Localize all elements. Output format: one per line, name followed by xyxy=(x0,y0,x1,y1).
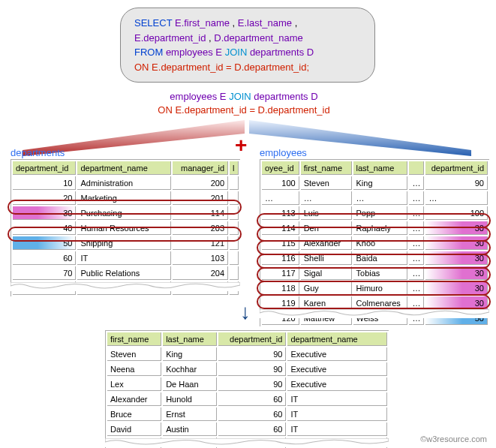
table-row: 116ShelliBaida…30 xyxy=(262,251,488,265)
col-header: first_name xyxy=(107,332,161,346)
col-header: oyee_id xyxy=(262,161,299,175)
col-header: department_id xyxy=(13,161,76,175)
col-header: department_id xyxy=(425,161,488,175)
kw-select: SELECT xyxy=(134,17,172,29)
table-row: 100StevenKing…90 xyxy=(262,176,488,190)
table-row: 70Public Relations204 xyxy=(13,266,239,280)
table-row: 118GuyHimuro…30 xyxy=(262,281,488,295)
table-row: LexDe Haan90Executive xyxy=(107,377,387,391)
table-row: 60IT103 xyxy=(13,251,239,265)
field: E.first_name xyxy=(175,17,230,29)
table-header-row: department_id department_name manager_id… xyxy=(13,161,239,175)
table-header-row: oyee_id first_name last_name department_… xyxy=(262,161,488,175)
table-row: 117SigalTobias…30 xyxy=(262,266,488,280)
kw-join: JOIN xyxy=(225,47,248,58)
result-table: first_name last_name department_id depar… xyxy=(105,330,389,448)
col-header: department_name xyxy=(77,161,171,175)
kw-on: ON xyxy=(134,62,149,73)
field: E.last_name xyxy=(238,17,292,29)
kw-from: FROM xyxy=(134,47,163,58)
table-row: 40Human Resources203 xyxy=(13,221,239,235)
table-row: 114DenRaphaely…30 xyxy=(262,221,488,235)
departments-table: department_id department_name manager_id… xyxy=(11,159,240,296)
table-row: 50Shipping121 xyxy=(13,236,239,250)
col-header: last_name xyxy=(163,332,217,346)
join-condition-label: employees E JOIN departments D ON E.depa… xyxy=(146,90,341,117)
field: D.department_name xyxy=(214,32,303,44)
table-header-row: first_name last_name department_id depar… xyxy=(107,332,387,346)
col-header: manager_id xyxy=(173,161,228,175)
plus-icon: + xyxy=(235,134,247,158)
col-header: last_name xyxy=(353,161,408,175)
employees-table: oyee_id first_name last_name department_… xyxy=(260,159,489,326)
table-row: AlexanderHunold60IT xyxy=(107,392,387,406)
arrow-down-icon: ↓ xyxy=(240,300,251,324)
table-row: 20Marketing201 xyxy=(13,191,239,205)
table-row: NeenaKochhar90Executive xyxy=(107,362,387,376)
col-header: l xyxy=(230,161,239,175)
table-row: BruceErnst60IT xyxy=(107,407,387,421)
field: E.department_id xyxy=(134,32,206,44)
table-row: …………… xyxy=(262,191,488,205)
table-row: 115AlexanderKhoo…30 xyxy=(262,236,488,250)
sql-query-box: SELECT E.first_name , E.last_name , E.de… xyxy=(120,8,375,83)
credit-label: ©w3resource.com xyxy=(420,434,487,443)
table-row: 113LuisPopp…100 xyxy=(262,206,488,220)
torn-edge xyxy=(11,282,240,291)
torn-edge xyxy=(105,438,389,447)
table-row: StevenKing90Executive xyxy=(107,347,387,361)
employees-title: employees xyxy=(260,147,307,158)
torn-edge xyxy=(260,309,489,318)
table-row: 10Administration200 xyxy=(13,176,239,190)
col-header: department_name xyxy=(287,332,387,346)
table-row: DavidAustin60IT xyxy=(107,422,387,436)
departments-title: departments xyxy=(11,147,65,158)
col-header: department_id xyxy=(218,332,286,346)
table-row: 30Purchasing114 xyxy=(13,206,239,220)
col-header xyxy=(409,161,424,175)
table-row: 119KarenColmenares…30 xyxy=(262,296,488,310)
col-header: first_name xyxy=(301,161,352,175)
